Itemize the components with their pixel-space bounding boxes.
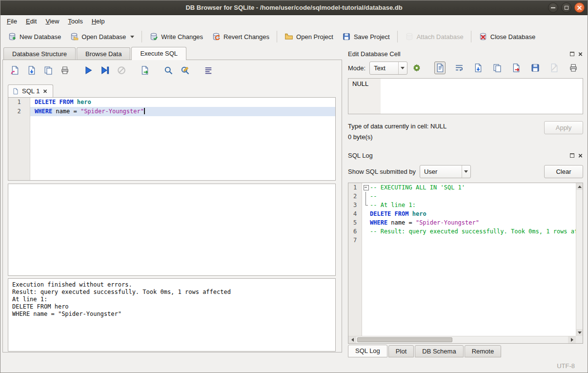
- float-panel-icon[interactable]: [570, 153, 574, 158]
- close-database-button[interactable]: Close Database: [474, 29, 540, 44]
- submitter-select[interactable]: User: [420, 165, 471, 178]
- log-line: -- EXECUTING ALL IN 'SQL 1': [370, 183, 576, 192]
- settings-button[interactable]: [411, 62, 423, 74]
- line-number: 1: [348, 183, 362, 192]
- scroll-left-button[interactable]: [348, 336, 356, 343]
- log-vertical-scrollbar[interactable]: [576, 183, 583, 336]
- open-sql-file-icon: [10, 65, 20, 75]
- message-pane[interactable]: Execution finished without errors. Resul…: [8, 278, 336, 352]
- save-sql-as-icon: [43, 65, 53, 75]
- print-button[interactable]: [59, 64, 71, 77]
- auto-format-button[interactable]: [202, 64, 215, 77]
- tab-sql-1[interactable]: SQL 1: [8, 84, 53, 97]
- editor-code-area[interactable]: DELETE FROM hero WHERE name = "Spider-Yo…: [30, 98, 335, 180]
- sql-log-view[interactable]: 1 2 3 4 5 6 7: [348, 183, 583, 344]
- print-cell-button[interactable]: [568, 62, 579, 74]
- export-data-button[interactable]: [139, 64, 151, 77]
- cell-editor[interactable]: NULL: [348, 78, 583, 114]
- menu-tools[interactable]: Tools: [63, 16, 87, 26]
- tab-execute-sql[interactable]: Execute SQL: [131, 47, 186, 60]
- close-window-button[interactable]: [574, 2, 585, 13]
- message-line: Execution finished without errors.: [12, 281, 331, 289]
- save-sql-as-button[interactable]: [42, 64, 55, 77]
- toolbar-separator: [397, 31, 398, 42]
- auto-format-icon: [203, 65, 213, 75]
- edit-cell-mode-row: Mode: Text: [348, 60, 583, 76]
- sql-log-title: SQL Log: [348, 152, 373, 159]
- toolbar-separator: [277, 31, 277, 42]
- tab-plot[interactable]: Plot: [388, 345, 414, 357]
- save-sql-file-button[interactable]: [25, 64, 38, 77]
- line-number: 1: [8, 98, 30, 107]
- toolbar-separator: [142, 31, 142, 42]
- scroll-up-button[interactable]: [576, 183, 583, 190]
- menu-help[interactable]: Help: [87, 16, 109, 26]
- mode-select[interactable]: Text: [369, 62, 407, 75]
- editor-line: WHERE name = "Spider-Youngster": [30, 107, 335, 116]
- tab-browse-data[interactable]: Browse Data: [77, 47, 130, 60]
- cell-size-info: 0 byte(s): [348, 132, 544, 143]
- results-pane[interactable]: [8, 184, 336, 276]
- window-title: DB Browser for SQLite - /home/user/code/…: [0, 0, 588, 15]
- tab-db-schema[interactable]: DB Schema: [415, 345, 463, 357]
- close-panel-icon[interactable]: [578, 51, 583, 56]
- scroll-down-button[interactable]: [576, 329, 583, 336]
- import-text-button[interactable]: [472, 62, 484, 74]
- menu-view[interactable]: View: [41, 16, 63, 26]
- tab-sql-log[interactable]: SQL Log: [348, 345, 387, 357]
- find-button[interactable]: [162, 64, 175, 77]
- fold-marker: [362, 218, 370, 227]
- code-token: WHERE: [370, 219, 387, 226]
- new-database-button[interactable]: New Database: [3, 29, 65, 44]
- cell-type-info: Type of data currently in cell: NULL: [348, 121, 544, 132]
- execute-current-line-button[interactable]: [99, 64, 111, 77]
- execute-current-line-icon: [100, 65, 110, 75]
- copy-button[interactable]: [491, 62, 503, 74]
- chevron-down-icon[interactable]: [130, 36, 134, 38]
- open-project-button[interactable]: Open Project: [280, 29, 338, 44]
- save-project-button[interactable]: Save Project: [338, 29, 394, 44]
- message-line: WHERE name = "Spider-Youngster": [12, 311, 331, 318]
- tab-database-structure[interactable]: Database Structure: [3, 47, 76, 60]
- clear-button[interactable]: Clear: [544, 165, 583, 178]
- button-label: Close Database: [490, 33, 536, 41]
- menu-file[interactable]: File: [2, 16, 21, 26]
- log-line: DELETE FROM hero: [370, 209, 576, 218]
- sql-log-filter-row: Show SQL submitted by User Clear: [348, 163, 583, 180]
- status-bar: UTF-8: [0, 359, 588, 373]
- minimize-button[interactable]: [548, 2, 558, 13]
- float-panel-icon[interactable]: [570, 52, 574, 56]
- execute-all-button[interactable]: [82, 64, 95, 77]
- export-text-button[interactable]: [510, 62, 522, 74]
- write-changes-button[interactable]: Write Changes: [145, 29, 207, 44]
- minimize-icon: [551, 7, 555, 8]
- close-panel-icon[interactable]: [578, 153, 583, 157]
- open-database-button[interactable]: Open Database: [65, 29, 139, 44]
- tab-remote[interactable]: Remote: [465, 345, 502, 357]
- button-label: Open Database: [81, 33, 126, 41]
- menu-edit[interactable]: Edit: [21, 16, 41, 26]
- open-sql-file-button[interactable]: [9, 64, 21, 77]
- mode-label: Mode:: [348, 64, 365, 72]
- scrollbar-thumb[interactable]: [357, 337, 452, 342]
- log-horizontal-scrollbar[interactable]: [348, 336, 576, 343]
- fold-marker: [362, 236, 370, 245]
- apply-button[interactable]: Apply: [544, 121, 583, 134]
- find-replace-button[interactable]: [179, 64, 191, 77]
- scroll-right-button[interactable]: [568, 336, 576, 343]
- cell-info-row: Type of data currently in cell: NULL 0 b…: [348, 121, 583, 143]
- close-tab-icon[interactable]: [43, 89, 47, 93]
- fold-marker[interactable]: [362, 183, 370, 192]
- save-text-button[interactable]: [530, 62, 541, 74]
- title-bar[interactable]: DB Browser for SQLite - /home/user/code/…: [0, 0, 588, 15]
- maximize-button[interactable]: [561, 2, 571, 13]
- sql-toolbar: [3, 60, 342, 81]
- fold-marker: [362, 192, 370, 201]
- text-mode-button[interactable]: [434, 62, 446, 74]
- sql-editor[interactable]: 1 2 DELETE FROM hero WHERE name = "Spide…: [8, 97, 336, 181]
- revert-changes-button[interactable]: Revert Changes: [207, 29, 274, 44]
- encoding-indicator[interactable]: UTF-8: [557, 362, 575, 370]
- open-project-icon: [284, 32, 293, 41]
- word-wrap-button[interactable]: [453, 62, 465, 74]
- revert-changes-icon: [212, 32, 221, 41]
